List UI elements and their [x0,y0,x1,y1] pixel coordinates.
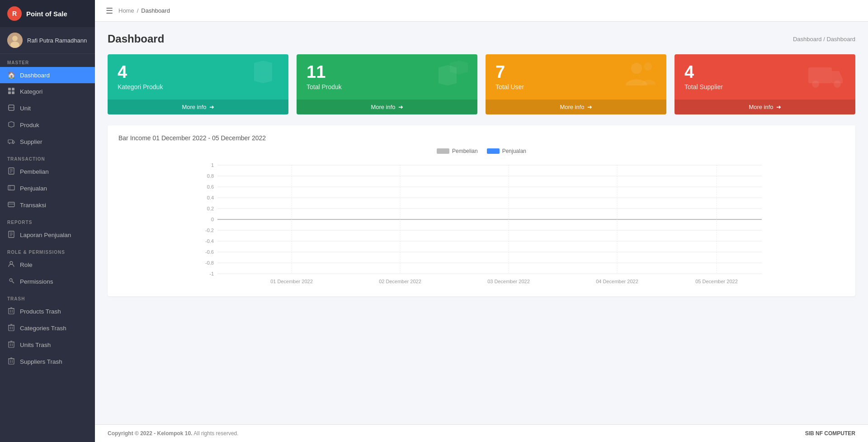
kategori-produk-icon [245,58,281,96]
supplier-icon [7,138,15,146]
svg-rect-3 [8,88,11,90]
svg-text:-0.6: -0.6 [205,249,214,255]
sidebar: R Point of Sale Rafi Putra Ramadhann MAS… [0,0,95,442]
sidebar-item-produk[interactable]: Produk [0,117,95,133]
breadcrumb-right: Dashboard / Dashboard [793,36,855,43]
svg-text:0.6: 0.6 [207,184,214,190]
sidebar-item-unit[interactable]: Unit [0,100,95,117]
svg-text:-0.2: -0.2 [205,228,214,233]
stat-card-info-supplier: 4 Total Supplier [684,63,723,90]
suppliers-trash-icon [7,357,15,366]
sidebar-item-role[interactable]: Role [0,257,95,273]
svg-text:-0.4: -0.4 [205,238,214,244]
svg-rect-42 [9,359,14,364]
svg-text:04 December 2022: 04 December 2022 [596,279,638,284]
svg-text:01 December 2022: 01 December 2022 [270,279,313,284]
sidebar-item-transaksi[interactable]: Transaksi [0,197,95,214]
legend-penjualan: Penjualan [487,148,526,154]
sidebar-item-label-products-trash: Products Trash [20,308,61,315]
produk-icon [7,121,15,129]
penjualan-icon [7,184,15,193]
products-trash-icon [7,307,15,316]
svg-rect-37 [9,342,14,347]
more-info-label-user: More info [560,104,584,110]
more-info-label-produk: More info [371,104,395,110]
section-label-master: MASTER [0,54,95,67]
stat-number-user: 7 [495,63,524,81]
sidebar-item-pembelian[interactable]: Pembelian [0,163,95,180]
sidebar-item-label-supplier: Supplier [20,138,42,145]
sidebar-item-label-permissions: Permissions [20,278,53,285]
sidebar-item-permissions[interactable]: Permissions [0,273,95,290]
sidebar-item-supplier[interactable]: Supplier [0,133,95,150]
arrow-icon-produk: ➜ [398,104,403,110]
svg-text:0: 0 [211,217,214,222]
sidebar-item-dashboard[interactable]: 🏠 Dashboard [0,67,95,83]
svg-rect-32 [9,325,14,331]
sidebar-item-suppliers-trash[interactable]: Suppliers Trash [0,353,95,370]
user-profile: Rafi Putra Ramadhann [0,27,95,54]
svg-rect-6 [12,91,14,94]
stat-card-footer-produk[interactable]: More info ➜ [297,100,477,114]
sidebar-item-label-units-trash: Units Trash [20,342,51,348]
breadcrumb-right-left: Dashboard [793,36,822,43]
svg-point-25 [9,279,12,281]
svg-text:0.2: 0.2 [207,206,214,211]
sidebar-item-kategori[interactable]: Kategori [0,83,95,100]
stat-label-kategori: Kategori Produk [118,83,163,90]
svg-point-50 [812,81,819,88]
chart-title: Bar Income 01 December 2022 - 05 Decembe… [118,134,844,142]
svg-rect-49 [808,67,832,83]
categories-trash-icon [7,324,15,333]
svg-rect-5 [8,91,11,94]
role-icon [7,261,15,269]
svg-rect-16 [8,185,14,190]
chart-container: Bar Income 01 December 2022 - 05 Decembe… [108,125,855,296]
permissions-icon [7,277,15,286]
arrow-icon-kategori: ➜ [209,104,214,110]
stat-card-footer-supplier[interactable]: More info ➜ [675,100,855,114]
svg-text:03 December 2022: 03 December 2022 [487,279,530,284]
footer-copyright-bold: Copyright © 2022 - Kelompok 10. [108,430,193,437]
unit-icon [7,104,15,113]
sidebar-section-transaction: TRANSACTION Pembelian [0,150,95,214]
footer-rights: All rights reserved. [193,430,238,437]
svg-rect-4 [12,88,14,90]
sidebar-item-laporan-penjualan[interactable]: Laporan Penjualan [0,227,95,243]
svg-text:05 December 2022: 05 December 2022 [695,279,738,284]
svg-rect-18 [8,202,14,207]
footer: Copyright © 2022 - Kelompok 10. All righ… [95,424,868,442]
user-name: Rafi Putra Ramadhann [27,37,87,44]
chart-legend: Pembelian Penjualan [118,148,844,154]
hamburger-button[interactable]: ☰ [106,6,113,16]
sidebar-item-categories-trash[interactable]: Categories Trash [0,320,95,337]
sidebar-item-products-trash[interactable]: Products Trash [0,303,95,320]
page-content: Dashboard Dashboard / Dashboard 4 Katego… [95,22,868,424]
kategori-icon [7,87,15,96]
svg-point-11 [13,143,14,144]
stat-card-footer-kategori[interactable]: More info ➜ [108,100,288,114]
svg-text:1: 1 [211,162,214,168]
sidebar-item-label-pembelian: Pembelian [20,168,49,175]
stat-card-footer-user[interactable]: More info ➜ [486,100,666,114]
topbar-breadcrumb-current: Dashboard [141,7,170,14]
stat-card-total-produk: 11 Total Produk [297,54,477,114]
section-label-role: ROLE & PERMISSIONS [0,243,95,257]
svg-point-10 [9,143,10,144]
sidebar-item-label-penjualan: Penjualan [20,185,47,192]
sidebar-item-label-suppliers-trash: Suppliers Trash [20,358,62,365]
stat-card-kategori-produk: 4 Kategori Produk More info [108,54,288,114]
sidebar-item-penjualan[interactable]: Penjualan [0,180,95,197]
total-user-icon [623,58,659,96]
more-info-label-supplier: More info [749,104,773,110]
sidebar-item-label-unit: Unit [20,105,31,112]
stat-card-info-kategori: 4 Kategori Produk [118,63,163,90]
transaksi-icon [7,201,15,209]
total-supplier-icon [807,58,848,96]
units-trash-icon [7,341,15,349]
footer-copyright: Copyright © 2022 - Kelompok 10. All righ… [108,430,239,437]
arrow-icon-supplier: ➜ [776,104,781,110]
sidebar-item-label-kategori: Kategori [20,88,42,95]
stat-card-total-user: 7 Total User Mo [486,54,666,114]
sidebar-item-units-trash[interactable]: Units Trash [0,337,95,353]
